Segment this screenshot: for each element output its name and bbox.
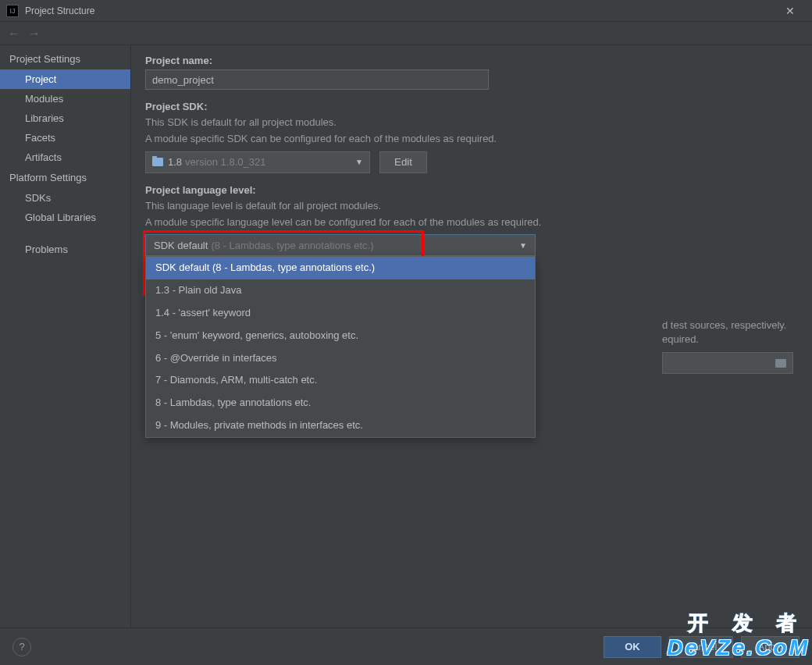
project-name-label: Project name: [145,55,798,66]
compiler-output-field[interactable] [662,352,793,374]
sdk-desc-2: A module specific SDK can be configured … [145,132,798,147]
window-title: Project Structure [25,5,94,16]
language-level-dropdown: SDK default (8 - Lambdas, type annotatio… [145,256,536,437]
sidebar-item-problems[interactable]: Problems [0,240,130,259]
dialog-footer: ? OK Cancel Apply [0,628,812,665]
lang-desc-1: This language level is default for all p… [145,199,798,214]
browse-icon [775,359,786,368]
sidebar-item-modules[interactable]: Modules [0,89,130,108]
sidebar-item-facets[interactable]: Facets [0,128,130,148]
language-level-label: Project language level: [145,184,798,196]
sidebar: Project Settings Project Modules Librari… [0,45,131,628]
back-icon[interactable]: ← [8,27,20,41]
sdk-desc-1: This SDK is default for all project modu… [145,116,798,130]
close-icon[interactable]: ✕ [775,5,806,17]
lang-option-5[interactable]: 5 - 'enum' keyword, generics, autoboxing… [146,325,535,347]
sidebar-item-global-libraries[interactable]: Global Libraries [0,208,130,227]
project-sdk-combo[interactable]: 1.8 version 1.8.0_321 ▼ [145,151,370,173]
lang-option-1-3[interactable]: 1.3 - Plain old Java [146,279,535,302]
sidebar-item-libraries[interactable]: Libraries [0,108,130,128]
lang-hint: (8 - Lambdas, type annotations etc.) [211,240,373,251]
sidebar-header-project-settings: Project Settings [0,48,130,69]
lang-option-1-4[interactable]: 1.4 - 'assert' keyword [146,302,535,325]
chevron-down-icon: ▼ [519,241,527,250]
lang-option-9[interactable]: 9 - Modules, private methods in interfac… [146,414,535,437]
forward-icon[interactable]: → [28,27,41,41]
title-bar: IJ Project Structure ✕ [0,0,812,22]
cancel-button[interactable]: Cancel [669,636,733,658]
content-panel: Project name: Project SDK: This SDK is d… [131,45,812,628]
project-sdk-label: Project SDK: [145,101,798,112]
chevron-down-icon: ▼ [355,158,363,166]
sidebar-header-platform-settings: Platform Settings [0,167,130,188]
lang-desc-2: A module specific language level can be … [145,215,798,230]
ok-button[interactable]: OK [604,636,661,658]
edit-sdk-button[interactable]: Edit [379,151,427,173]
lang-option-7[interactable]: 7 - Diamonds, ARM, multi-catch etc. [146,369,535,392]
sidebar-item-sdks[interactable]: SDKs [0,188,130,208]
lang-value: SDK default [154,240,208,251]
apply-button[interactable]: Apply [741,636,800,658]
language-level-combo[interactable]: SDK default (8 - Lambdas, type annotatio… [145,234,536,256]
folder-icon [152,158,163,166]
obscured-text: d test sources, respectively. [662,318,812,333]
help-button[interactable]: ? [12,638,31,656]
lang-option-sdk-default[interactable]: SDK default (8 - Lambdas, type annotatio… [146,257,535,279]
project-name-input[interactable] [145,69,489,90]
lang-option-6[interactable]: 6 - @Override in interfaces [146,347,535,370]
obscured-text: equired. [662,332,812,347]
sidebar-item-artifacts[interactable]: Artifacts [0,148,130,167]
sidebar-item-project[interactable]: Project [0,69,130,89]
sdk-version: version 1.8.0_321 [185,156,265,168]
lang-option-8[interactable]: 8 - Lambdas, type annotations etc. [146,392,535,414]
app-icon: IJ [6,5,19,17]
nav-toolbar: ← → [0,22,812,45]
sdk-value: 1.8 [168,156,182,168]
